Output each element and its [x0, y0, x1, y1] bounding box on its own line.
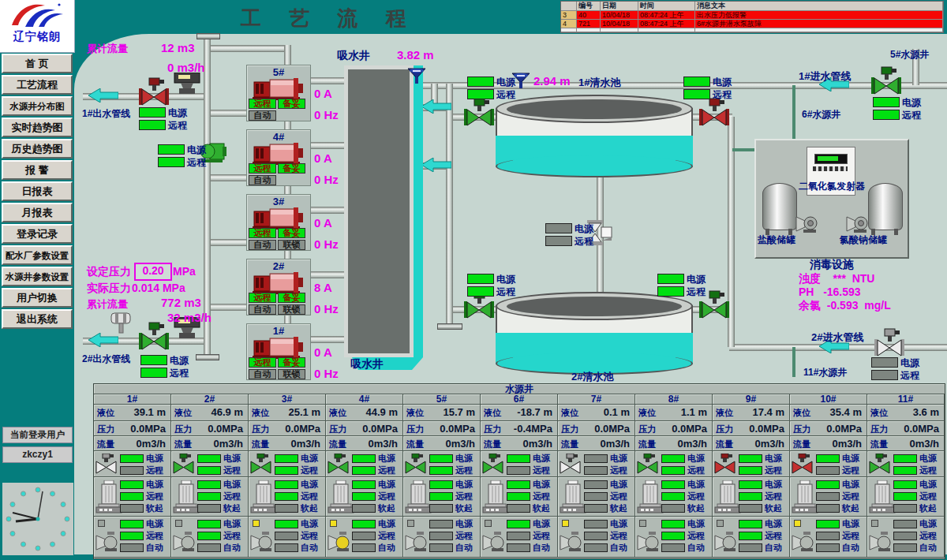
header-booster-pump-icon[interactable]	[199, 139, 227, 169]
alarm-partial-row	[695, 28, 943, 32]
alarm-row-message[interactable]: 6#水源井潜水泵故障	[695, 20, 943, 28]
set-pressure-input[interactable]: 0.20	[134, 263, 172, 281]
pump-icon[interactable]	[482, 531, 506, 555]
alarm-row-date[interactable]: 10/04/18	[601, 11, 638, 20]
valve-indicator	[584, 454, 608, 463]
flow-meter-outlet1-icon[interactable]	[174, 73, 200, 98]
sidebar-item-1[interactable]: 首 页	[2, 54, 73, 73]
starter-icon[interactable]	[792, 480, 818, 517]
starter-icon[interactable]	[173, 480, 200, 517]
acid-tank[interactable]	[762, 183, 797, 230]
pump-icon[interactable]	[250, 531, 274, 555]
valve-icon[interactable]	[250, 454, 271, 477]
pump-icon[interactable]	[173, 531, 197, 555]
starter-icon[interactable]	[560, 480, 586, 517]
valve-icon[interactable]	[173, 454, 194, 477]
sidebar-item-2[interactable]: 工艺流程	[2, 75, 73, 95]
starter-indicator-label: 电源	[455, 478, 473, 491]
valve-icon[interactable]	[328, 454, 349, 477]
valve-outlet1-icon[interactable]	[139, 77, 169, 109]
pump-unit-3#[interactable]: 3# 远程备妥自动联锁	[246, 194, 311, 251]
pump-icon[interactable]	[792, 531, 815, 555]
pump-icon[interactable]	[869, 531, 893, 555]
alarm-row-num[interactable]: 4	[561, 20, 577, 28]
pressure-transmitter-icon[interactable]	[109, 311, 133, 338]
sidebar-item-12[interactable]: 用户切换	[2, 288, 73, 308]
starter-icon[interactable]	[95, 480, 122, 517]
pump-chip: 远程	[249, 293, 276, 303]
pump-icon[interactable]	[328, 531, 351, 555]
pump-indicator-label: 电源	[765, 517, 782, 530]
starter-icon[interactable]	[637, 480, 664, 517]
pump-indicator-label: 远程	[455, 529, 473, 542]
valve-icon[interactable]	[560, 454, 581, 477]
valve-pool1-inlet-icon[interactable]	[464, 98, 494, 129]
pump-icon[interactable]	[637, 531, 661, 555]
pump-unit-1#[interactable]: 1# 远程备妥自动联锁	[246, 323, 311, 380]
starter-icon[interactable]	[482, 480, 509, 517]
valve-mid-icon[interactable]	[586, 219, 614, 249]
well-starter-cell: 电源远程软起	[171, 477, 249, 517]
sidebar-item-9[interactable]: 登录记录	[2, 224, 73, 244]
starter-indicator-label: 电源	[301, 478, 318, 491]
starter-icon[interactable]	[714, 480, 741, 517]
dosing-pump-left-icon[interactable]	[795, 213, 819, 237]
chlorate-tank[interactable]	[868, 183, 903, 230]
alarm-row-num[interactable]: 3	[561, 11, 577, 20]
starter-icon[interactable]	[405, 480, 432, 517]
sidebar-item-5[interactable]: 历史趋势图	[2, 139, 73, 159]
well-col-header: 3#	[249, 394, 326, 405]
starter-icon[interactable]	[869, 480, 896, 517]
starter-icon[interactable]	[328, 480, 354, 517]
valve-pool2-outlet-icon[interactable]	[699, 290, 729, 322]
pump-unit-5#[interactable]: 5# 远程备妥自动	[246, 65, 311, 121]
alarm-row-time[interactable]: 08:47:24 上午	[638, 11, 695, 20]
well-flow-cell: 流量0m3/h	[867, 436, 945, 451]
valve-icon[interactable]	[637, 454, 658, 477]
alarm-row-message[interactable]: 出水压力低报警	[695, 11, 943, 20]
pump-indicator	[893, 532, 917, 540]
valve-pool1-outlet-icon[interactable]	[699, 98, 729, 129]
pump-icon[interactable]	[95, 531, 119, 555]
valve-inlet1-icon[interactable]	[871, 66, 901, 98]
alarm-row-code[interactable]: 721	[577, 20, 601, 28]
sidebar-item-6[interactable]: 报 警	[2, 160, 73, 180]
valve-icon[interactable]	[405, 454, 426, 477]
flow-label: 流量	[638, 439, 656, 450]
valve-outlet2-icon[interactable]	[139, 322, 169, 353]
valve-icon[interactable]	[482, 454, 503, 477]
alarm-row-date[interactable]: 10/04/18	[601, 20, 638, 28]
valve-icon[interactable]	[95, 454, 117, 477]
valve-icon[interactable]	[792, 454, 813, 477]
starter-indicator	[197, 504, 221, 513]
valve-inlet2-icon[interactable]	[874, 328, 904, 360]
pump-unit-4#[interactable]: 4# 远程备妥自动	[246, 129, 311, 186]
starter-indicator	[816, 492, 840, 501]
pump-icon[interactable]	[560, 531, 583, 555]
well-pump-cell: 电源远程自动	[403, 517, 481, 558]
valve-pool2-inlet-icon[interactable]	[464, 290, 494, 322]
well-valve-cell: 电源远程	[249, 451, 326, 477]
sidebar-item-13[interactable]: 退出系统	[2, 309, 73, 329]
alarm-row-time[interactable]: 08:47:24 上午	[638, 20, 695, 28]
well-pump-cell: 电源远程自动	[481, 517, 558, 558]
starter-indicator-label: 电源	[223, 478, 241, 491]
sidebar-item-4[interactable]: 实时趋势图	[2, 118, 73, 137]
pump-icon[interactable]	[714, 531, 738, 555]
valve-icon[interactable]	[714, 454, 736, 477]
starter-icon[interactable]	[250, 480, 277, 517]
valve-icon[interactable]	[869, 454, 890, 477]
pump-icon[interactable]	[405, 531, 429, 555]
sidebar-item-7[interactable]: 日报表	[2, 181, 73, 201]
pump-unit-2#[interactable]: 2# 远程备妥自动联锁	[246, 259, 311, 315]
well-pressure-cell: 压力0.0MPa	[326, 421, 403, 436]
sidebar-item-11[interactable]: 水源井参数设置	[2, 267, 73, 286]
sidebar-item-10[interactable]: 配水厂参数设置	[2, 245, 73, 265]
sidebar-item-8[interactable]: 月报表	[2, 203, 73, 222]
pump-chip: 远程	[249, 163, 276, 174]
well-valve-cell: 电源远程	[403, 451, 481, 477]
pump-indicator-label: 自动	[610, 541, 627, 554]
alarm-row-code[interactable]: 40	[577, 11, 601, 20]
sidebar-item-3[interactable]: 水源井分布图	[2, 96, 73, 116]
well-flow-cell: 流量0m3/h	[481, 436, 558, 451]
